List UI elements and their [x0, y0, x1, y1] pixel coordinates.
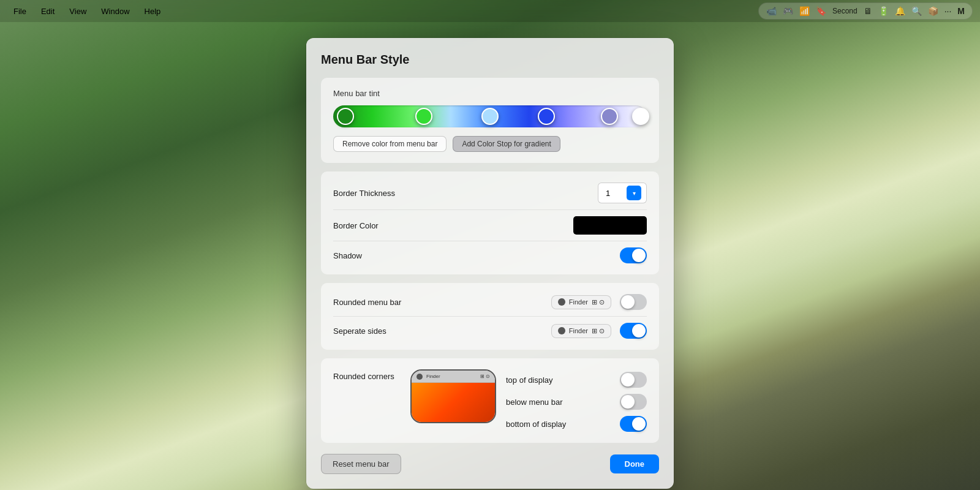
shadow-row: Shadow [333, 241, 647, 263]
separate-sides-label: Seperate sides [333, 326, 551, 336]
preview-finder-text: Finder [426, 374, 440, 379]
rounded-menubar-row: Rounded menu bar Finder ⊞ ⊙ [333, 294, 647, 317]
preview-apple-icon [558, 298, 565, 306]
shadow-control [620, 247, 647, 263]
tint-stop-3[interactable] [538, 108, 555, 125]
preview-mb-icons: ⊞ ⊙ [480, 374, 490, 379]
rounded-corners-row: Rounded corners Finder ⊞ ⊙ top of displa… [333, 369, 647, 432]
rounded-section: Rounded menu bar Finder ⊞ ⊙ Seperate sid… [321, 283, 659, 350]
rounded-corners-label: Rounded corners [333, 369, 401, 381]
separate-sides-row: Seperate sides Finder ⊞ ⊙ [333, 317, 647, 339]
tint-stop-1[interactable] [415, 108, 432, 125]
rounded-corners-options: top of display below menu bar bottom of … [506, 369, 647, 432]
below-menubar-toggle[interactable] [620, 394, 647, 410]
below-menubar-thumb [621, 395, 635, 409]
reset-menubar-button[interactable]: Reset menu bar [321, 454, 401, 474]
modal-overlay: Menu Bar Style Menu bar tint Remove colo… [0, 0, 980, 490]
tint-gradient-bar[interactable] [333, 105, 647, 127]
rounded-menubar-toggle[interactable] [620, 294, 647, 310]
preview-apple-dot [417, 374, 423, 380]
top-of-display-row: top of display [506, 372, 647, 388]
tint-buttons: Remove color from menu bar Add Color Sto… [333, 136, 647, 152]
border-color-swatch[interactable] [573, 216, 647, 235]
below-menu-bar-label: below menu bar [506, 398, 614, 407]
rounded-corners-preview: Finder ⊞ ⊙ [410, 369, 496, 423]
preview-icons: ⊞ ⊙ [592, 298, 605, 306]
separate-sides-toggle[interactable] [620, 323, 647, 339]
top-display-toggle[interactable] [620, 372, 647, 388]
rounded-menubar-control: Finder ⊞ ⊙ [551, 294, 647, 310]
shadow-toggle[interactable] [620, 247, 647, 263]
preview-finder-label: Finder [569, 298, 588, 306]
tint-section: Menu bar tint Remove color from menu bar… [321, 78, 659, 163]
separate-sides-thumb [632, 324, 646, 337]
preview-finder-label2: Finder [569, 327, 588, 334]
border-thickness-row: Border Thickness 1 ▾ [333, 183, 647, 210]
top-of-display-label: top of display [506, 375, 614, 385]
modal-footer: Reset menu bar Done [321, 454, 659, 474]
border-thickness-dropdown[interactable]: 1 ▾ [598, 183, 647, 203]
modal-title: Menu Bar Style [321, 53, 659, 67]
border-section: Border Thickness 1 ▾ Border Color Shadow [321, 172, 659, 274]
rounded-menubar-label: Rounded menu bar [333, 298, 551, 307]
border-thickness-label: Border Thickness [333, 189, 598, 198]
bottom-of-display-row: bottom of display [506, 416, 647, 432]
rounded-menubar-thumb [621, 295, 635, 309]
border-thickness-value: 1 [606, 189, 624, 198]
preview-icons2: ⊞ ⊙ [592, 327, 605, 335]
border-color-control [573, 216, 647, 235]
separate-sides-preview: Finder ⊞ ⊙ [551, 324, 611, 338]
rounded-menubar-preview: Finder ⊞ ⊙ [551, 295, 611, 309]
border-color-label: Border Color [333, 221, 573, 230]
shadow-toggle-thumb [632, 249, 646, 262]
remove-color-button[interactable]: Remove color from menu bar [333, 136, 447, 152]
bottom-display-toggle[interactable] [620, 416, 647, 432]
tint-label: Menu bar tint [333, 89, 647, 98]
top-display-thumb [621, 373, 635, 386]
add-color-stop-button[interactable]: Add Color Stop for gradient [453, 136, 560, 152]
preview-body [412, 383, 495, 422]
rounded-corners-section: Rounded corners Finder ⊞ ⊙ top of displa… [321, 358, 659, 443]
bottom-display-thumb [632, 417, 646, 431]
below-menu-bar-row: below menu bar [506, 394, 647, 410]
shadow-label: Shadow [333, 251, 620, 260]
done-button[interactable]: Done [610, 454, 660, 473]
dropdown-arrow-icon: ▾ [627, 186, 641, 200]
separate-sides-control: Finder ⊞ ⊙ [551, 323, 647, 339]
preview-apple-icon2 [558, 327, 565, 334]
bottom-of-display-label: bottom of display [506, 420, 614, 429]
modal-dialog: Menu Bar Style Menu bar tint Remove colo… [306, 38, 674, 489]
border-thickness-control: 1 ▾ [598, 183, 647, 203]
tint-stop-2[interactable] [481, 108, 499, 125]
border-color-row: Border Color [333, 210, 647, 241]
preview-menubar: Finder ⊞ ⊙ [412, 371, 495, 383]
tint-stop-5[interactable] [632, 108, 649, 125]
tint-stop-4[interactable] [601, 108, 618, 125]
tint-stop-0[interactable] [337, 108, 354, 125]
